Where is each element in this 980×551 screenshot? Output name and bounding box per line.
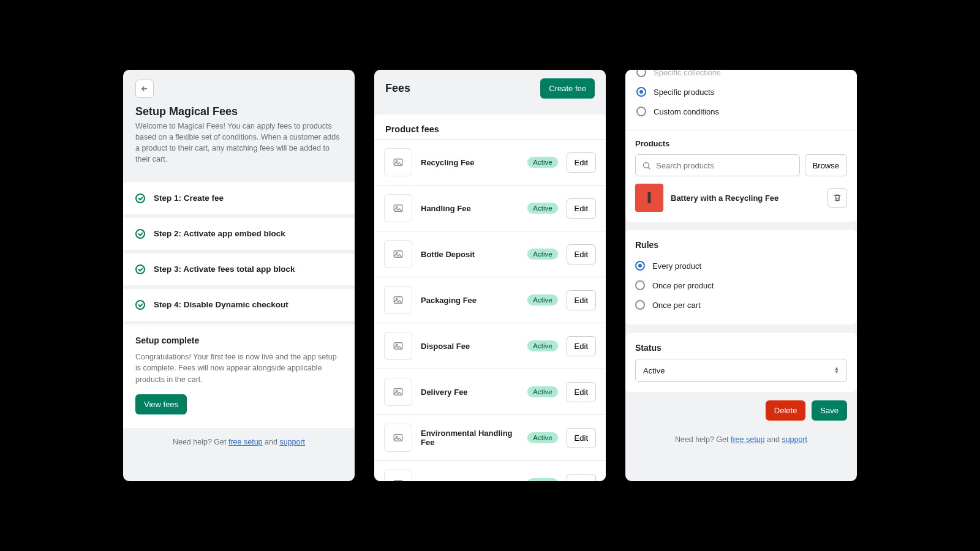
fee-row: Recycling FeeActiveEdit bbox=[374, 139, 606, 185]
page-description: Welcome to Magical Fees! You can apply f… bbox=[135, 121, 342, 165]
save-button[interactable]: Save bbox=[812, 400, 847, 421]
fee-row: Setup FeeActiveEdit bbox=[374, 460, 606, 481]
setup-panel: Setup Magical Fees Welcome to Magical Fe… bbox=[123, 70, 355, 481]
status-value: Active bbox=[643, 366, 665, 375]
image-placeholder-icon bbox=[384, 378, 412, 406]
product-fees-heading: Product fees bbox=[374, 114, 606, 139]
check-icon bbox=[135, 193, 145, 203]
fee-name: Environmental Handling Fee bbox=[421, 429, 519, 447]
help-line: Need help? Get free setup and support bbox=[625, 425, 857, 450]
status-badge: Active bbox=[527, 386, 557, 397]
create-fee-button[interactable]: Create fee bbox=[540, 78, 595, 99]
fee-name: Delivery Fee bbox=[421, 388, 519, 397]
fee-name: Packaging Fee bbox=[421, 296, 519, 305]
check-icon bbox=[135, 229, 145, 239]
radio-icon bbox=[635, 300, 645, 310]
status-title: Status bbox=[635, 343, 847, 353]
fee-name: Bottle Deposit bbox=[421, 250, 519, 259]
edit-button[interactable]: Edit bbox=[567, 474, 596, 482]
status-badge: Active bbox=[527, 249, 557, 260]
fee-name: Disposal Fee bbox=[421, 342, 519, 351]
fee-row: Handling FeeActiveEdit bbox=[374, 185, 606, 231]
page-title: Setup Magical Fees bbox=[135, 105, 342, 118]
status-badge: Active bbox=[527, 294, 557, 305]
step-4[interactable]: Step 4: Disable Dynamic checkout bbox=[123, 289, 355, 321]
select-chevron-icon: ▲▼ bbox=[834, 367, 839, 374]
product-thumbnail bbox=[635, 184, 663, 212]
help-line: Need help? Get free setup and support bbox=[123, 428, 355, 459]
rules-title: Rules bbox=[635, 240, 847, 250]
fee-row: Bottle DepositActiveEdit bbox=[374, 231, 606, 277]
check-icon bbox=[135, 300, 145, 310]
status-select[interactable]: Active ▲▼ bbox=[635, 359, 847, 382]
rule-every-product[interactable]: Every product bbox=[635, 256, 847, 276]
delete-button[interactable]: Delete bbox=[766, 400, 806, 421]
scope-custom[interactable]: Custom conditions bbox=[636, 102, 846, 121]
free-setup-link[interactable]: free setup bbox=[731, 435, 765, 444]
complete-title: Setup complete bbox=[135, 335, 342, 345]
trash-icon bbox=[833, 193, 842, 202]
remove-product-button[interactable] bbox=[827, 188, 847, 208]
status-card: Status Active ▲▼ bbox=[625, 333, 857, 392]
step-3[interactable]: Step 3: Activate fees total app block bbox=[123, 253, 355, 285]
fees-list-panel: Fees Create fee Product fees Recycling F… bbox=[374, 70, 606, 481]
search-icon bbox=[642, 161, 651, 170]
status-badge: Active bbox=[527, 340, 557, 351]
fee-name: Handling Fee bbox=[421, 204, 519, 213]
scope-collections[interactable]: Specific collections bbox=[636, 70, 846, 82]
edit-button[interactable]: Edit bbox=[567, 244, 596, 264]
edit-button[interactable]: Edit bbox=[567, 428, 596, 448]
products-block: Products Browse Battery with a Recycling… bbox=[625, 130, 857, 222]
fee-name: Setup Fee bbox=[421, 479, 519, 482]
svg-point-16 bbox=[644, 162, 649, 168]
free-setup-link[interactable]: free setup bbox=[228, 438, 263, 446]
fee-list: Recycling FeeActiveEditHandling FeeActiv… bbox=[374, 139, 606, 481]
view-fees-button[interactable]: View fees bbox=[135, 394, 187, 414]
radio-icon bbox=[635, 280, 645, 290]
fee-name: Recycling Fee bbox=[421, 158, 519, 167]
footer-actions: Delete Save bbox=[625, 400, 857, 425]
image-placeholder-icon bbox=[384, 286, 412, 314]
check-icon bbox=[135, 264, 145, 274]
status-badge: Active bbox=[527, 478, 557, 481]
edit-button[interactable]: Edit bbox=[567, 382, 596, 402]
image-placeholder-icon bbox=[384, 240, 412, 268]
step-label: Step 4: Disable Dynamic checkout bbox=[154, 300, 288, 309]
arrow-left-icon bbox=[140, 84, 149, 93]
scope-products[interactable]: Specific products bbox=[636, 82, 846, 102]
search-input-wrapper[interactable] bbox=[635, 154, 800, 176]
rules-card: Rules Every product Once per product Onc… bbox=[625, 230, 857, 324]
radio-icon bbox=[635, 261, 645, 271]
status-badge: Active bbox=[527, 432, 557, 443]
edit-button[interactable]: Edit bbox=[567, 336, 596, 356]
image-placeholder-icon bbox=[384, 470, 412, 481]
back-button[interactable] bbox=[135, 80, 154, 98]
image-placeholder-icon bbox=[384, 424, 412, 452]
step-label: Step 2: Activate app embed block bbox=[154, 229, 285, 238]
browse-button[interactable]: Browse bbox=[805, 154, 847, 176]
setup-complete-card: Setup complete Congratulations! Your fir… bbox=[123, 324, 355, 428]
radio-icon bbox=[636, 87, 646, 97]
fee-row: Delivery FeeActiveEdit bbox=[374, 369, 606, 414]
edit-button[interactable]: Edit bbox=[567, 152, 596, 173]
fees-title: Fees bbox=[385, 82, 410, 95]
radio-icon bbox=[636, 107, 646, 116]
step-label: Step 3: Activate fees total app block bbox=[154, 264, 295, 274]
edit-button[interactable]: Edit bbox=[567, 290, 596, 310]
image-placeholder-icon bbox=[384, 148, 412, 176]
step-1[interactable]: Step 1: Create fee bbox=[123, 182, 355, 214]
rule-once-per-cart[interactable]: Once per cart bbox=[635, 295, 847, 315]
support-link[interactable]: support bbox=[279, 438, 305, 446]
status-badge: Active bbox=[527, 157, 557, 168]
svg-rect-14 bbox=[394, 481, 402, 481]
image-placeholder-icon bbox=[384, 194, 412, 222]
edit-button[interactable]: Edit bbox=[567, 198, 596, 219]
fee-row: Environmental Handling FeeActiveEdit bbox=[374, 414, 606, 460]
product-name: Battery with a Recycling Fee bbox=[671, 193, 820, 203]
rule-once-per-product[interactable]: Once per product bbox=[635, 276, 847, 295]
selected-product: Battery with a Recycling Fee bbox=[635, 184, 847, 212]
step-label: Step 1: Create fee bbox=[154, 193, 224, 203]
step-2[interactable]: Step 2: Activate app embed block bbox=[123, 218, 355, 250]
support-link[interactable]: support bbox=[782, 435, 807, 444]
search-input[interactable] bbox=[656, 161, 793, 170]
